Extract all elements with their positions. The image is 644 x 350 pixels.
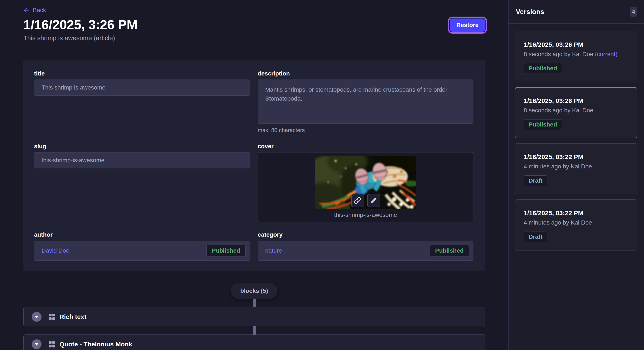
cover-label: cover	[258, 143, 474, 150]
version-history-page: Back 1/16/2025, 3:26 PM This shrimp is a…	[0, 0, 644, 350]
version-status-badge: Published	[524, 63, 562, 74]
page-subtitle: This shrimp is awesome (article)	[24, 34, 508, 42]
author-label: author	[34, 231, 250, 238]
category-relation-box: nature Published	[258, 241, 474, 261]
field-cover: cover	[258, 143, 474, 222]
main-content: Back 1/16/2025, 3:26 PM This shrimp is a…	[0, 0, 508, 350]
author-link[interactable]: David Doe	[42, 247, 70, 254]
version-status-badge: Draft	[524, 232, 547, 242]
back-label: Back	[33, 7, 46, 14]
back-arrow-icon	[24, 7, 30, 13]
accordion-toggle-button[interactable]	[32, 312, 42, 322]
block-accordion: Rich text	[24, 307, 485, 326]
field-title: title	[34, 70, 250, 134]
description-hint: max. 80 characters	[258, 127, 474, 134]
category-status-badge: Published	[430, 245, 469, 256]
version-date: 1/16/2025, 03:22 PM	[524, 209, 628, 217]
version-date: 1/16/2025, 03:22 PM	[524, 153, 628, 161]
field-description: description Mantis shrimps, or stomatopo…	[258, 70, 474, 134]
drag-handle-icon[interactable]	[49, 341, 55, 348]
versions-header: Versions 4	[508, 0, 644, 24]
versions-count-badge: 4	[630, 6, 637, 17]
field-slug: slug	[34, 143, 250, 222]
cover-image	[316, 156, 416, 209]
cover-box: this-shrimp-is-awesome	[258, 152, 474, 222]
field-author: author David Doe Published	[34, 231, 250, 261]
version-list: 1/16/2025, 03:26 PM 8 seconds ago by Kai…	[508, 24, 644, 250]
category-label: category	[258, 231, 474, 238]
version-meta: 4 minutes ago by Kai Doe	[524, 219, 628, 226]
author-status-badge: Published	[206, 245, 246, 256]
drag-handle-icon[interactable]	[49, 314, 55, 320]
version-meta: 4 minutes ago by Kai Doe	[524, 163, 628, 170]
chevron-down-icon	[35, 343, 38, 346]
version-card[interactable]: 1/16/2025, 03:22 PM 4 minutes ago by Kai…	[515, 143, 637, 194]
title-input[interactable]	[34, 80, 250, 96]
block-label: Rich text	[60, 313, 86, 321]
content-form-card: title description Mantis shrimps, or sto…	[24, 59, 485, 271]
block-accordion: Quote - Thelonius Monk	[24, 335, 485, 350]
version-meta: 8 seconds ago by Kai Doe (current)	[524, 51, 628, 58]
chevron-down-icon	[35, 316, 38, 318]
version-date: 1/16/2025, 03:26 PM	[524, 97, 628, 104]
block-label: Quote - Thelonius Monk	[60, 341, 132, 348]
version-status-badge: Draft	[524, 175, 547, 186]
blocks-pill: blocks (5)	[231, 283, 278, 299]
description-textarea[interactable]: Mantis shrimps, or stomatopods, are mari…	[258, 80, 474, 124]
copy-link-button[interactable]	[351, 194, 364, 207]
edit-cover-button[interactable]	[367, 194, 380, 207]
version-card[interactable]: 1/16/2025, 03:26 PM 8 seconds ago by Kai…	[515, 87, 637, 138]
version-card[interactable]: 1/16/2025, 03:26 PM 8 seconds ago by Kai…	[515, 31, 637, 82]
versions-title: Versions	[516, 8, 544, 16]
description-label: description	[258, 70, 474, 77]
version-status-badge: Published	[524, 119, 562, 130]
link-icon	[354, 197, 361, 204]
version-current-label: (current)	[595, 51, 618, 57]
slug-label: slug	[34, 143, 250, 150]
pencil-icon	[370, 197, 377, 204]
cover-actions	[351, 194, 380, 207]
category-link[interactable]: nature	[265, 247, 282, 254]
page-title: 1/16/2025, 3:26 PM	[24, 17, 508, 32]
accordion-toggle-button[interactable]	[32, 339, 42, 349]
slug-input[interactable]	[34, 152, 250, 169]
blocks-section: blocks (5) Rich text	[24, 283, 485, 350]
version-card[interactable]: 1/16/2025, 03:22 PM 4 minutes ago by Kai…	[515, 199, 637, 250]
title-label: title	[34, 70, 250, 77]
version-date: 1/16/2025, 03:26 PM	[524, 41, 628, 48]
cover-caption: this-shrimp-is-awesome	[334, 212, 397, 218]
version-meta: 8 seconds ago by Kai Doe	[524, 107, 628, 114]
versions-sidebar: Versions 4 1/16/2025, 03:26 PM 8 seconds…	[508, 0, 644, 350]
back-link[interactable]: Back	[24, 6, 46, 14]
blocks-list: Rich text Quote - Thelonius Monk	[24, 307, 485, 350]
author-relation-box: David Doe Published	[34, 241, 250, 261]
field-category: category nature Published	[258, 231, 474, 261]
restore-button[interactable]: Restore	[450, 18, 485, 32]
